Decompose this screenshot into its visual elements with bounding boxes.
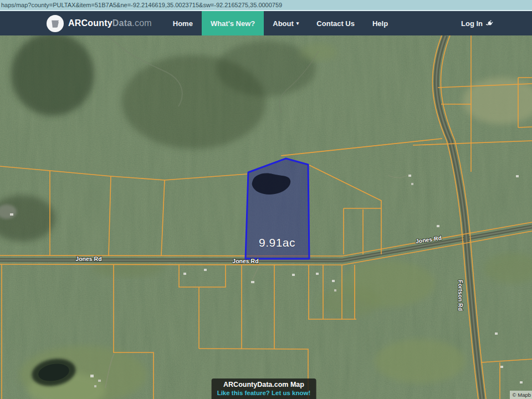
satellite-map-canvas: Jones Rd Jones Rd Jones Rd Fortson Rd 9.… bbox=[0, 35, 532, 399]
map-attribution-box: ARCountyData.com Map Like this feature? … bbox=[212, 378, 316, 399]
page: haps/map?county=PULTAX&item=51B7A5&ne=-9… bbox=[0, 0, 532, 399]
parcel-map[interactable]: Jones Rd Jones Rd Jones Rd Fortson Rd 9.… bbox=[0, 35, 532, 399]
navbar: ARCountyData.com Home What's New? About▾… bbox=[0, 11, 532, 35]
brand-logo[interactable]: ARCountyData.com bbox=[47, 11, 152, 35]
login-label: Log In bbox=[461, 19, 483, 28]
nav-item-about[interactable]: About▾ bbox=[264, 11, 308, 35]
nav-item-help-label: Help bbox=[372, 19, 388, 28]
nav-item-contact-label: Contact Us bbox=[316, 19, 355, 28]
map-attribution-title: ARCountyData.com Map bbox=[217, 381, 311, 388]
browser-url-bar[interactable]: haps/map?county=PULTAX&item=51B7A5&ne=-9… bbox=[0, 0, 532, 11]
arkansas-state-icon bbox=[47, 15, 64, 32]
nav-item-home-label: Home bbox=[173, 19, 193, 28]
nav-item-help[interactable]: Help bbox=[364, 11, 397, 35]
brand-part1: ARCounty bbox=[68, 18, 112, 28]
parcel-acreage-label: 9.91ac bbox=[259, 236, 295, 249]
plug-icon bbox=[486, 20, 493, 27]
feedback-link[interactable]: Like this feature? Let us know! bbox=[217, 390, 311, 396]
nav-menu: Home What's New? About▾ Contact Us Help bbox=[164, 11, 397, 35]
nav-item-contact-us[interactable]: Contact Us bbox=[308, 11, 364, 35]
nav-item-about-label: About bbox=[273, 19, 294, 28]
login-button[interactable]: Log In bbox=[461, 11, 493, 35]
nav-item-whats-new-label: What's New? bbox=[211, 19, 255, 28]
brand-part2: Data bbox=[112, 18, 132, 28]
chevron-down-icon: ▾ bbox=[296, 21, 299, 26]
mapbox-attribution-link[interactable]: © Mapb bbox=[510, 391, 532, 399]
nav-item-home[interactable]: Home bbox=[164, 11, 202, 35]
brand-name: ARCountyData.com bbox=[68, 18, 152, 28]
fortson-rd-label: Fortson Rd bbox=[457, 280, 464, 311]
jones-rd-label-center: Jones Rd bbox=[232, 258, 258, 264]
jones-rd-label-left: Jones Rd bbox=[75, 255, 101, 262]
url-text: haps/map?county=PULTAX&item=51B7A5&ne=-9… bbox=[1, 2, 282, 8]
nav-item-whats-new[interactable]: What's New? bbox=[202, 11, 264, 35]
brand-part3: .com bbox=[132, 18, 151, 28]
